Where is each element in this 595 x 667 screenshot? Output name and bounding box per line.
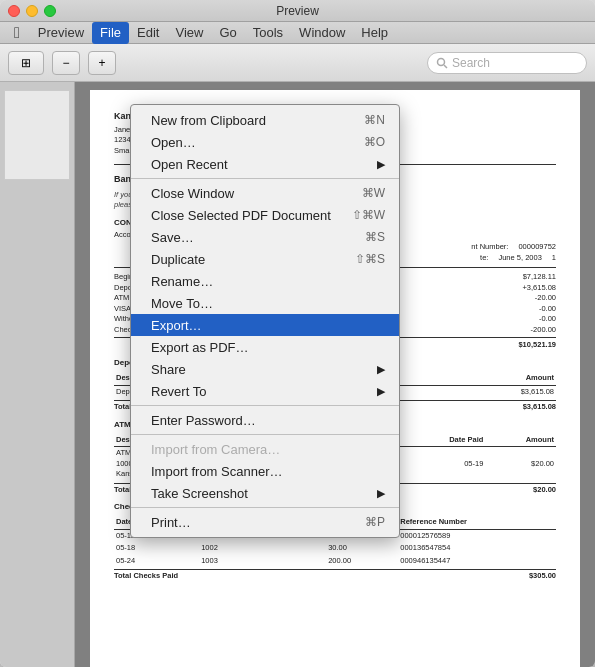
separator-1: [131, 178, 399, 179]
menu-item-revert-to[interactable]: Revert To ▶: [131, 380, 399, 402]
maximize-button[interactable]: [44, 5, 56, 17]
zoom-in-icon: +: [98, 56, 105, 70]
menu-item-move-to[interactable]: Move To…: [131, 292, 399, 314]
menu-label-revert-to: Revert To: [151, 384, 206, 399]
menu-label-take-screenshot: Take Screenshot: [151, 486, 248, 501]
atm-total-amount: $20.00: [533, 485, 556, 496]
shortcut-open: ⌘O: [364, 135, 385, 149]
atm-amount: $20.00: [485, 447, 556, 481]
atm-date-paid-header: Date Paid: [402, 434, 485, 447]
sidebar-toggle-button[interactable]: ⊞: [8, 51, 44, 75]
menu-item-export-pdf[interactable]: Export as PDF…: [131, 336, 399, 358]
menu-item-import-camera[interactable]: Import from Camera…: [131, 438, 399, 460]
zoom-out-icon: −: [62, 56, 69, 70]
check2-ref: 000136547854: [398, 542, 556, 555]
app-window: Preview  Preview File Edit View Go Tool…: [0, 0, 595, 667]
menu-item-close-pdf[interactable]: Close Selected PDF Document ⇧⌘W: [131, 204, 399, 226]
menu-view[interactable]: View: [167, 22, 211, 44]
open-recent-arrow-icon: ▶: [377, 158, 385, 171]
doc-amount5: -0.00: [539, 314, 556, 325]
menu-go[interactable]: Go: [211, 22, 244, 44]
menu-item-close-window[interactable]: Close Window ⌘W: [131, 182, 399, 204]
menu-window[interactable]: Window: [291, 22, 353, 44]
separator-4: [131, 507, 399, 508]
menu-label-export: Export…: [151, 318, 202, 333]
zoom-in-button[interactable]: +: [88, 51, 116, 75]
doc-total-amount: $10,521.19: [518, 340, 556, 351]
menu-item-open[interactable]: Open… ⌘O: [131, 131, 399, 153]
apple-menu-item[interactable]: : [4, 22, 30, 44]
menu-item-save[interactable]: Save… ⌘S: [131, 226, 399, 248]
minimize-button[interactable]: [26, 5, 38, 17]
menu-file[interactable]: File: [92, 22, 129, 44]
shortcut-duplicate: ⇧⌘S: [355, 252, 385, 266]
check3-ref: 000946135447: [398, 555, 556, 568]
menu-help[interactable]: Help: [353, 22, 396, 44]
menu-label-share: Share: [151, 362, 186, 377]
menu-label-new-from-clipboard: New from Clipboard: [151, 113, 266, 128]
toolbar: ⊞ − + Search: [0, 44, 595, 82]
total-deposits-amount: $3,615.08: [523, 402, 556, 413]
doc-amount2: +3,615.08: [522, 283, 556, 294]
menu-label-save: Save…: [151, 230, 194, 245]
sidebar-icon: ⊞: [21, 56, 31, 70]
menu-label-import-scanner: Import from Scanner…: [151, 464, 283, 479]
menu-item-print[interactable]: Print… ⌘P: [131, 511, 399, 533]
menu-item-import-scanner[interactable]: Import from Scanner…: [131, 460, 399, 482]
search-placeholder: Search: [452, 56, 490, 70]
check3-amount: 200.00: [326, 555, 398, 568]
menu-item-rename[interactable]: Rename…: [131, 270, 399, 292]
menu-item-open-recent[interactable]: Open Recent ▶: [131, 153, 399, 175]
separator-3: [131, 434, 399, 435]
menu-tools[interactable]: Tools: [245, 22, 291, 44]
check3-date: 05-24: [114, 555, 199, 568]
doc-page: 1: [552, 253, 556, 264]
shortcut-new-from-clipboard: ⌘N: [364, 113, 385, 127]
total-checks-amount: $305.00: [529, 571, 556, 582]
shortcut-close-window: ⌘W: [362, 186, 385, 200]
close-button[interactable]: [8, 5, 20, 17]
file-menu-dropdown: New from Clipboard ⌘N Open… ⌘O Open Rece…: [130, 104, 400, 538]
menu-edit[interactable]: Edit: [129, 22, 167, 44]
menu-label-export-pdf: Export as PDF…: [151, 340, 249, 355]
doc-amount4: -0.00: [539, 304, 556, 315]
menu-label-rename: Rename…: [151, 274, 213, 289]
doc-date-value: June 5, 2003: [498, 253, 541, 264]
doc-amount3: -20.00: [535, 293, 556, 304]
shortcut-close-pdf: ⇧⌘W: [352, 208, 385, 222]
separator-2: [131, 405, 399, 406]
thumbnail-sidebar: [0, 82, 75, 667]
thumbnail-page[interactable]: [4, 90, 70, 180]
doc-amount1: $7,128.11: [523, 272, 556, 283]
zoom-out-button[interactable]: −: [52, 51, 80, 75]
check2-number: 1002: [199, 542, 326, 555]
shortcut-print: ⌘P: [365, 515, 385, 529]
menu-item-new-from-clipboard[interactable]: New from Clipboard ⌘N: [131, 109, 399, 131]
menu-label-move-to: Move To…: [151, 296, 213, 311]
table-row: 05-24 1003 200.00 000946135447: [114, 555, 556, 568]
menu-item-share[interactable]: Share ▶: [131, 358, 399, 380]
menu-item-take-screenshot[interactable]: Take Screenshot ▶: [131, 482, 399, 504]
window-title: Preview: [276, 4, 319, 18]
doc-date-label: te:: [480, 253, 488, 264]
svg-line-1: [444, 65, 447, 68]
search-field[interactable]: Search: [427, 52, 587, 74]
atm-amount-header: Amount: [485, 434, 556, 447]
check2-amount: 30.00: [326, 542, 398, 555]
menu-item-duplicate[interactable]: Duplicate ⇧⌘S: [131, 248, 399, 270]
doc-amount6: -200.00: [531, 325, 556, 336]
menu-label-close-window: Close Window: [151, 186, 234, 201]
menu-item-export[interactable]: Export…: [131, 314, 399, 336]
check2-date: 05-18: [114, 542, 199, 555]
menu-label-close-pdf: Close Selected PDF Document: [151, 208, 331, 223]
menu-label-open-recent: Open Recent: [151, 157, 228, 172]
titlebar: Preview: [0, 0, 595, 22]
menu-item-enter-password[interactable]: Enter Password…: [131, 409, 399, 431]
menu-label-enter-password: Enter Password…: [151, 413, 256, 428]
menu-label-import-camera: Import from Camera…: [151, 442, 280, 457]
doc-checks-total-row: Total Checks Paid $305.00: [114, 569, 556, 582]
menu-preview[interactable]: Preview: [30, 22, 92, 44]
total-checks-label: Total Checks Paid: [114, 571, 178, 582]
doc-account-number-label: nt Number:: [471, 242, 508, 253]
shortcut-save: ⌘S: [365, 230, 385, 244]
